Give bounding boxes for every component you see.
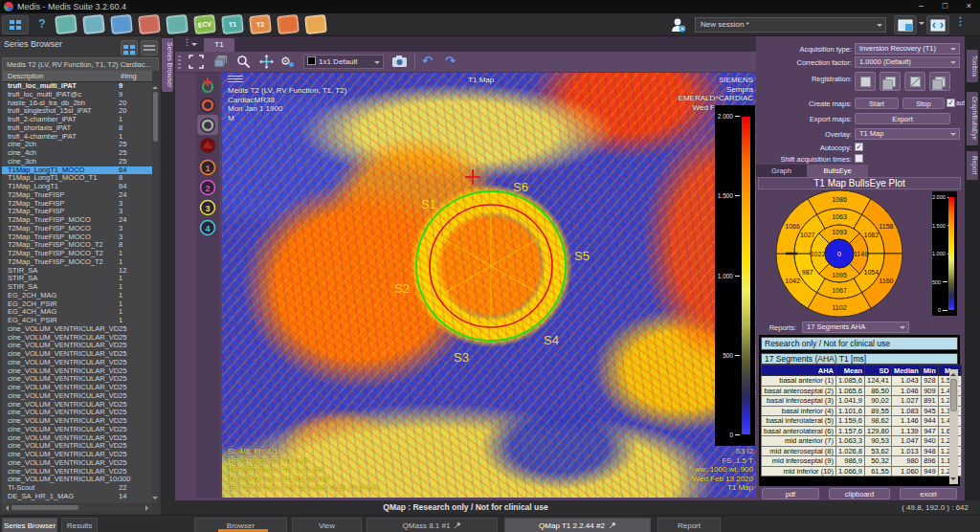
- series-row[interactable]: cine_VOLUM_VENTRICULAR_VD25: [2, 375, 152, 384]
- series-row[interactable]: cine_VOLUM_VENTRICULAR_VD25: [2, 359, 152, 367]
- clipboard-button[interactable]: clipboard: [829, 488, 890, 499]
- stop-button[interactable]: Stop: [902, 98, 945, 109]
- registration-option-2[interactable]: [880, 72, 901, 91]
- series-row[interactable]: STIR_SA1: [2, 275, 152, 283]
- suite-home-button[interactable]: [2, 15, 29, 34]
- layers-icon[interactable]: [213, 55, 231, 70]
- bottom-tab-results[interactable]: Results: [61, 518, 98, 532]
- aha-table-row[interactable]: basal inferior (4)1.101,689,551.0839451.…: [762, 406, 962, 416]
- side-tab-graph-bullseye[interactable]: Graph/BullsEye: [967, 92, 978, 145]
- app-tab-report[interactable]: Report: [657, 518, 721, 532]
- series-row[interactable]: trufi_singleshot_15sl_iPAT20: [2, 107, 152, 116]
- series-row[interactable]: T2Map_TrueFISP24: [2, 191, 152, 200]
- series-row[interactable]: cine_VOLUM_VENTRICULAR_VD25: [2, 342, 152, 350]
- aha-table-row[interactable]: basal inferoseptal (3)1.041,990,021.0278…: [762, 396, 962, 407]
- series-row[interactable]: cine_VOLUM_VENTRICULAR_VD25: [2, 334, 152, 343]
- layout-single-button[interactable]: [894, 15, 917, 34]
- image-viewport[interactable]: S1 S2 S3 S4 S5 S6 Medis T2 (LV, RV Funct…: [222, 73, 757, 498]
- app-icon-5[interactable]: [166, 14, 189, 34]
- aha-table-row[interactable]: basal anterolateral (6)1.157,6129,801.13…: [762, 426, 962, 436]
- series-row[interactable]: trufi_2-chamber_iPAT1: [2, 116, 152, 124]
- series-row[interactable]: EG_2CH_PSIR1: [2, 300, 152, 309]
- series-list-vertical-scrollbar[interactable]: [152, 82, 159, 503]
- series-row[interactable]: cine_VOLUM_VENTRICULAR_VD25: [2, 434, 152, 443]
- layout-compare-button[interactable]: [926, 15, 949, 34]
- alert-contour-icon[interactable]: [199, 137, 216, 154]
- list-view-button[interactable]: [141, 40, 158, 55]
- series-row[interactable]: cine_VOLUM_VENTRICULAR_VD25: [2, 459, 152, 468]
- frame-select-icon[interactable]: [189, 55, 206, 70]
- view-menu-dots-icon[interactable]: ⋮: [183, 37, 191, 47]
- tab-bullseye[interactable]: BullsEye: [807, 165, 868, 177]
- app-icon-1[interactable]: [55, 14, 78, 34]
- endo-contour-icon[interactable]: [199, 97, 216, 114]
- user-session-icon[interactable]: [670, 16, 687, 37]
- app-tab-qmass[interactable]: QMass 8.1 #1: [367, 518, 498, 532]
- acquisition-type-select[interactable]: Inversion Recovery (T1): [855, 43, 960, 55]
- series-row[interactable]: T2Map_TrueFISP3: [2, 200, 152, 209]
- series-row[interactable]: EG_4CH_PSIR1: [2, 317, 152, 325]
- series-row[interactable]: STIR_SA12: [2, 267, 152, 276]
- series-row[interactable]: cine_VOLUM_VENTRICULAR_VD25: [2, 367, 152, 376]
- side-tab-toolbox[interactable]: Toolbox: [967, 50, 978, 82]
- series-row[interactable]: cine_VOLUM_VENTRICULAR_VD25: [2, 401, 152, 410]
- series-list-horizontal-scrollbar[interactable]: [2, 504, 152, 512]
- column-description[interactable]: Description: [8, 71, 44, 82]
- series-row[interactable]: cine_VOLUM_VENTRICULAR_VD25: [2, 392, 152, 401]
- series-row[interactable]: cine_4ch25: [2, 149, 152, 158]
- series-row[interactable]: T1Map_LongT1_MOCO_T18: [2, 174, 152, 183]
- aha-table-row[interactable]: mid inferoseptal (9)986,950,329808961.17…: [762, 456, 962, 467]
- series-row[interactable]: cine_VOLUM_VENTRICULAR_VD25: [2, 442, 152, 451]
- viewport-layout-select[interactable]: 1x1 Default: [303, 55, 384, 69]
- app-icon-8[interactable]: T2: [249, 14, 272, 34]
- menu-dots-icon[interactable]: ⋮: [955, 15, 966, 28]
- series-row[interactable]: cine_2ch25: [2, 141, 152, 149]
- snapshot-camera-icon[interactable]: [391, 55, 409, 70]
- app-tab-view[interactable]: View: [292, 518, 362, 532]
- aha-table-row[interactable]: basal inferolateral (5)1.159,698,621.146…: [762, 416, 962, 427]
- series-row[interactable]: T1Map_LongT1_MOCO64: [2, 166, 152, 175]
- redo-icon[interactable]: ↷: [445, 54, 456, 69]
- session-select[interactable]: New session *: [695, 17, 886, 33]
- series-row[interactable]: T2Map_TrueFISP_MOCO3: [2, 233, 152, 242]
- study-tab[interactable]: Medis T2 (LV, RV Function, T1, T2) Cardi…: [2, 57, 159, 71]
- series-row[interactable]: cine_VOLUM_VENTRICULAR_VD25: [2, 409, 152, 417]
- table-scrollbar[interactable]: [949, 369, 958, 484]
- series-row[interactable]: T2Map_TrueFISP_MOCO_T21: [2, 250, 152, 258]
- aha-table-row[interactable]: basal anterior (1)1.085,6124,411.0439281…: [762, 376, 962, 387]
- registration-option-3[interactable]: [904, 72, 925, 91]
- close-button[interactable]: ×: [957, 0, 980, 13]
- app-icon-9[interactable]: [277, 14, 300, 34]
- series-row[interactable]: haste_16-sl_tra_db_2bh20: [2, 100, 152, 108]
- app-icon-10[interactable]: [304, 14, 327, 34]
- roi-4-icon[interactable]: 4: [199, 219, 216, 236]
- app-icon-2[interactable]: [82, 14, 105, 34]
- settings-gear-icon[interactable]: ⚙: [280, 55, 298, 70]
- series-row[interactable]: trufi_shortaxis_iPAT8: [2, 124, 152, 133]
- series-row[interactable]: trufi_4-chamber_iPAT1: [2, 133, 152, 142]
- minimize-button[interactable]: –: [909, 0, 933, 13]
- series-row[interactable]: trufi_loc_multi_iPAT9: [2, 82, 152, 91]
- auto-checkbox[interactable]: ✓: [947, 99, 955, 107]
- reports-select[interactable]: 17 Segments AHA: [802, 321, 909, 333]
- start-button[interactable]: Start: [855, 98, 899, 109]
- reference-point-marker[interactable]: [465, 169, 480, 185]
- series-row[interactable]: cine_3ch25: [2, 158, 152, 166]
- series-row[interactable]: DE_SA_HR_1_MAG14: [2, 493, 152, 501]
- aha-table-row[interactable]: mid anterior (7)1.063,390,531.0479401.28…: [762, 436, 962, 447]
- series-row[interactable]: T2Map_TrueFISP_MOCO24: [2, 216, 152, 225]
- tab-graph[interactable]: Graph: [756, 165, 807, 177]
- series-row[interactable]: T2Map_TrueFISP_MOCO_T28: [2, 241, 152, 250]
- overlay-select[interactable]: T1 Map: [855, 128, 960, 140]
- series-row[interactable]: trufi_loc_multi_iPAT@c9: [2, 91, 152, 100]
- correction-factor-select[interactable]: 1.0000 (Default): [855, 56, 960, 68]
- pin-icon[interactable]: [454, 520, 461, 532]
- app-tab-qmap-t1[interactable]: QMap T1 2.2.44 #2: [504, 518, 651, 532]
- undo-icon[interactable]: ↶: [422, 54, 433, 69]
- series-browser-collapsed-tab[interactable]: Series Browser: [162, 38, 173, 92]
- series-row[interactable]: T2Map_TrueFISP_MOCO_T21: [2, 258, 152, 267]
- aha-table-row[interactable]: mid inferior (10)1.066,961,551.0609491.2…: [762, 466, 962, 477]
- series-row[interactable]: T2Map_TrueFISP_MOCO3: [2, 225, 152, 233]
- series-row[interactable]: cine_VOLUM_VENTRICULAR_VD25: [2, 325, 152, 334]
- pan-icon[interactable]: [259, 55, 277, 70]
